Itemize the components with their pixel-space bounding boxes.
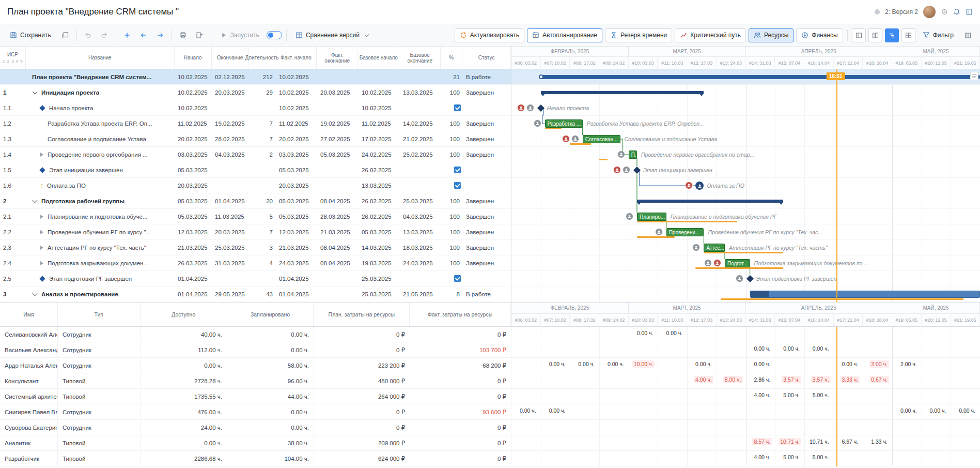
chevron-down-icon[interactable] [33, 291, 38, 296]
toolbar-divider [847, 29, 848, 41]
task-bar[interactable]: Подгот... [725, 259, 750, 267]
print-button[interactable] [176, 28, 190, 42]
column-header-pct[interactable]: % [441, 47, 462, 69]
column-header-start[interactable]: Начало [175, 47, 212, 69]
task-row[interactable]: 2.3Аттестация РГ по курсу "Тех. часть"21… [0, 240, 511, 255]
outline-level-buttons[interactable]: 12345 [3, 58, 22, 64]
task-row[interactable]: 2.1Планирование и подготовка обуче...05.… [0, 209, 511, 224]
view-table-button[interactable] [852, 28, 866, 42]
expand-icon[interactable] [40, 246, 43, 250]
column-header-bstart[interactable]: Базовое начало [358, 47, 399, 69]
column-header-name[interactable]: Название [26, 47, 175, 69]
help-book-icon[interactable] [966, 8, 973, 16]
column-header-end[interactable]: Окончание [212, 47, 249, 69]
outdent-button[interactable] [137, 28, 151, 42]
resource-row[interactable]: КонсультантТиповой2728.28 ч.96.00 ч.480 … [0, 373, 511, 389]
column-header-fend[interactable]: Факт. окончание [317, 47, 358, 69]
completed-checkbox[interactable] [454, 275, 461, 282]
task-row[interactable]: 1Инициация проекта10.02.202520.03.202529… [0, 85, 511, 100]
resource-timeline-grid[interactable]: 0.00 ч.0.00 ч.0.00 ч.0.00 ч.0.00 ч.0.00 … [511, 327, 980, 466]
add-task-button[interactable] [120, 28, 134, 42]
resource-row[interactable]: АналитикТиповой0.00 ч.38.00 ч.209 000 ₽0… [0, 435, 511, 451]
resource-row[interactable]: Суворова Екатерина АндСотрудник24.00 ч.0… [0, 420, 511, 435]
run-toggle[interactable] [267, 31, 282, 39]
copy-plan-button[interactable] [58, 28, 72, 42]
cell-end: 31.03.2025 [212, 255, 249, 270]
task-row[interactable]: 2Подготовка рабочей группы05.03.202501.0… [0, 193, 511, 209]
critical-path-button[interactable]: Критический путь [675, 28, 746, 42]
task-row[interactable]: 1.2Разработка Устава проекта ERP. Оп...1… [0, 116, 511, 131]
finance-button[interactable]: Финансы [796, 28, 843, 42]
resource-row[interactable]: Ардо Наталья АлексеевнСотрудник0.00 ч.58… [0, 358, 511, 373]
gantt-chart-body[interactable]: Начало проектаРазработка ...Разработка У… [511, 69, 980, 302]
view-split-button[interactable] [868, 28, 882, 42]
run-button[interactable]: Запустить [215, 28, 264, 42]
resource-row[interactable]: Васильев Александр АндСотрудник112.00 ч.… [0, 342, 511, 358]
compare-versions-button[interactable]: Сравнение версий [291, 28, 373, 42]
view-grid-button[interactable] [901, 28, 915, 42]
task-row[interactable]: 2.5Этап подготовки РГ завершен01.04.2025… [0, 271, 511, 286]
active-phase-bar[interactable] [750, 291, 980, 298]
column-header-status[interactable]: Статус [462, 47, 511, 69]
task-bar[interactable]: Аттес... [704, 244, 725, 252]
completed-checkbox[interactable] [454, 167, 461, 173]
history-icon[interactable] [941, 8, 948, 16]
chevron-down-icon[interactable] [33, 89, 38, 94]
autoplan-button[interactable]: Автопланирование [527, 28, 602, 42]
summary-bar[interactable] [637, 200, 783, 203]
task-row[interactable]: 2.2Проведение обучения РГ по курсу "...1… [0, 224, 511, 240]
completed-checkbox[interactable] [454, 182, 461, 189]
column-header-dur[interactable]: Длительность [248, 47, 275, 69]
indent-button[interactable] [153, 28, 167, 42]
res-column-header-type[interactable]: Тип [58, 303, 141, 326]
undo-button[interactable] [81, 28, 95, 42]
cell-fstart: 05.03.2025 [276, 162, 317, 177]
column-header-fstart[interactable]: Факт. начало [275, 47, 317, 69]
expand-icon[interactable] [40, 215, 43, 219]
export-button[interactable] [193, 28, 207, 42]
resource-row[interactable]: Снигирев Павел ВладимСотрудник476.00 ч.0… [0, 404, 511, 420]
completed-checkbox[interactable] [454, 104, 461, 111]
res-cell-name: Аналитик [0, 435, 58, 450]
task-bar[interactable]: Проведени... [666, 228, 704, 236]
user-avatar[interactable] [923, 6, 936, 18]
task-row[interactable]: 3Анализ и проектирование01.04.202529.05.… [0, 286, 511, 302]
resources-button[interactable]: Ресурсы [749, 28, 794, 42]
res-column-header-fact_cost[interactable]: Факт. затраты на ресурсы [410, 303, 511, 326]
notifications-icon[interactable] [953, 8, 960, 16]
res-column-header-plan_cost[interactable]: План. затраты на ресурсы [314, 303, 410, 326]
res-column-header-avail[interactable]: Доступно [141, 303, 227, 326]
expand-icon[interactable] [40, 153, 43, 157]
column-header-bend[interactable]: Базовое окончание [399, 47, 441, 69]
expand-icon[interactable] [40, 230, 43, 234]
task-row[interactable]: 1.5Этап инициации завершен05.03.202505.0… [0, 162, 511, 178]
actualize-button[interactable]: Актуализировать [455, 28, 524, 42]
task-row[interactable]: 2.4Подготовка закрывающих докумен...26.0… [0, 255, 511, 271]
project-bar[interactable] [541, 75, 980, 79]
task-row[interactable]: 1.4Проведение первого оргсобрания ...03.… [0, 147, 511, 162]
expand-icon[interactable] [40, 261, 43, 265]
chevron-down-icon[interactable] [33, 198, 38, 203]
time-reserve-button[interactable]: Резерв времени [605, 28, 672, 42]
resource-row[interactable]: Системный архитекторТиповой1735.55 ч.44.… [0, 389, 511, 404]
more-columns-button[interactable] [961, 28, 975, 42]
filter-button[interactable]: Фильтр [918, 28, 958, 42]
view-gantt-resources-button[interactable] [885, 28, 899, 42]
save-button[interactable]: Сохранить [5, 28, 56, 42]
task-bar[interactable]: Планиро... [637, 213, 666, 221]
task-row[interactable]: План проекта "Внедрение CRM систем...10.… [0, 69, 511, 85]
task-row[interactable]: 1.3Согласование и подписание Устава20.02… [0, 131, 511, 147]
gantt-settings-button[interactable] [970, 72, 978, 80]
task-row[interactable]: 1.6↑Оплата за ПО20.03.202520.03.202513.0… [0, 178, 511, 193]
res-column-header-planned[interactable]: Запланировано [227, 303, 314, 326]
task-bar[interactable]: Разработка ... [545, 119, 583, 128]
resource-row[interactable]: РазработчикТиповой2286.68 ч.104.00 ч.624… [0, 451, 511, 466]
resource-row[interactable]: Селивановский АлексанСотрудник40.00 ч.0.… [0, 327, 511, 342]
redo-button[interactable] [98, 28, 112, 42]
task-bar[interactable]: Согласован... [583, 135, 620, 143]
task-row[interactable]: 1.1Начало проекта10.02.202510.02.202510.… [0, 100, 511, 116]
column-header-wbs[interactable]: ИСР12345 [0, 47, 26, 69]
res-column-header-name[interactable]: Имя [0, 303, 58, 326]
summary-bar[interactable] [541, 91, 704, 94]
task-bar[interactable]: П... [629, 150, 637, 159]
